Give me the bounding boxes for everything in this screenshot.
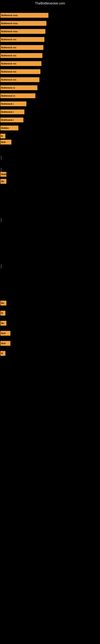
bottleneck-label: Bottlen — [0, 126, 18, 130]
bottleneck-row: B — [0, 134, 5, 138]
bottleneck-label: Bott — [0, 341, 10, 346]
bottleneck-label: Bottleneck res — [0, 45, 43, 50]
bottleneck-label: Bottleneck res — [0, 61, 41, 66]
bottleneck-label: Bottleneck re — [0, 85, 37, 90]
bottleneck-row: Bottleneck res — [0, 45, 43, 50]
bottleneck-label: Bottleneck re — [0, 94, 35, 98]
bottleneck-label: B — [0, 134, 5, 138]
bottleneck-label: B — [0, 351, 5, 356]
bottleneck-row: Bottleneck resu — [0, 13, 49, 18]
bottleneck-label: Bottleneck r — [0, 102, 26, 106]
bottleneck-row: B — [0, 311, 5, 316]
bottleneck-label: Bott — [0, 140, 11, 144]
bottleneck-row: Bottleneck r — [0, 118, 23, 122]
bottleneck-row: Bottleneck res — [0, 172, 6, 177]
bottleneck-label: Bottleneck r — [0, 110, 24, 114]
bottleneck-row: Bo — [0, 179, 6, 184]
bottleneck-row: Bottleneck resu — [0, 29, 46, 34]
bottleneck-row: Bottleneck res — [0, 77, 39, 82]
bottleneck-label: Bo — [0, 301, 6, 306]
bottleneck-label: Bottleneck r — [0, 118, 23, 122]
vertical-indicator — [1, 168, 1, 172]
bottleneck-row: Bott — [0, 140, 11, 144]
vertical-indicator — [1, 264, 1, 268]
bottleneck-row: Bott — [0, 341, 10, 346]
bottleneck-label: Bottleneck res — [0, 77, 39, 82]
bottleneck-row: Bo — [0, 301, 6, 306]
site-title: TheBottlenecker.com — [0, 0, 100, 7]
bottleneck-row: Bottleneck resu — [0, 21, 47, 26]
bottleneck-label: Bott — [0, 331, 10, 336]
bottleneck-row: Bottleneck res — [0, 61, 41, 66]
vertical-indicator — [1, 218, 1, 222]
bottleneck-row: Bottlen — [0, 126, 18, 130]
vertical-indicator — [1, 156, 1, 160]
bottleneck-label: B — [0, 311, 5, 316]
bottleneck-row: Bottleneck res — [0, 37, 44, 42]
bottleneck-label: Bo — [0, 179, 6, 184]
bottleneck-row: Bo — [0, 321, 6, 326]
items-container: Bottleneck resuBottleneck resuBottleneck… — [0, 7, 100, 644]
bottleneck-row: Bottleneck res — [0, 53, 42, 58]
bottleneck-row: Bott — [0, 331, 10, 336]
bottleneck-row: Bottleneck re — [0, 94, 35, 98]
bottleneck-label: Bottleneck resu — [0, 13, 49, 18]
bottleneck-label: Bo — [0, 321, 6, 326]
bottleneck-row: Bottleneck r — [0, 102, 26, 106]
bottleneck-label: Bottleneck res — [0, 172, 6, 177]
bottleneck-row: Bottleneck res — [0, 69, 40, 74]
bottleneck-label: Bottleneck resu — [0, 21, 47, 26]
bottleneck-label: Bottleneck res — [0, 53, 42, 58]
bottleneck-row: B — [0, 351, 5, 356]
bottleneck-label: Bottleneck res — [0, 69, 40, 74]
bottleneck-label: Bottleneck resu — [0, 29, 46, 34]
bottleneck-row: Bottleneck re — [0, 85, 37, 90]
bottleneck-row: Bottleneck r — [0, 110, 24, 114]
bottleneck-label: Bottleneck res — [0, 37, 44, 42]
